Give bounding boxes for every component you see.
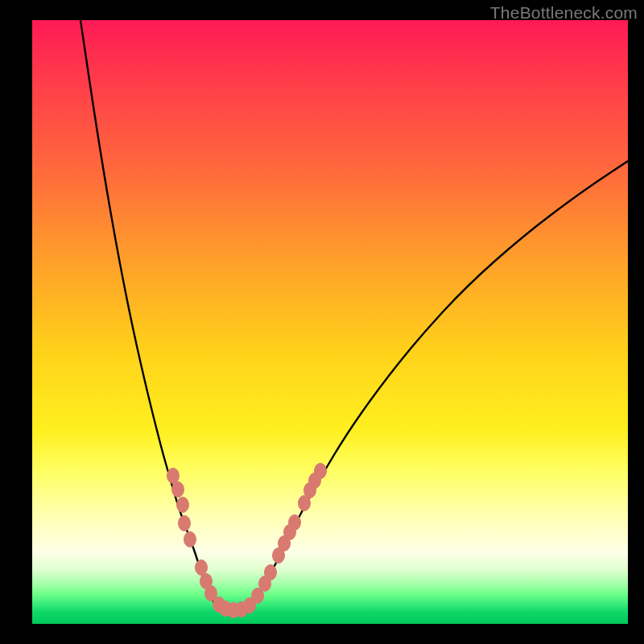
marker-dot (184, 532, 196, 547)
marker-dot (196, 560, 208, 576)
curve-left-branch (80, 20, 217, 608)
chart-svg (32, 20, 628, 624)
plot-area (32, 20, 628, 624)
marker-dot (177, 497, 189, 513)
outer-frame: TheBottleneck.com (0, 0, 644, 644)
marker-dot (289, 515, 301, 530)
marker-dot (167, 469, 180, 484)
marker-dot (172, 482, 184, 497)
marker-dot (265, 565, 277, 580)
marker-dots-group (167, 464, 327, 618)
curve-right-branch (250, 161, 628, 608)
watermark-text: TheBottleneck.com (490, 3, 638, 23)
marker-dot (179, 516, 191, 531)
bottleneck-curve (80, 20, 628, 611)
marker-dot (315, 464, 327, 479)
